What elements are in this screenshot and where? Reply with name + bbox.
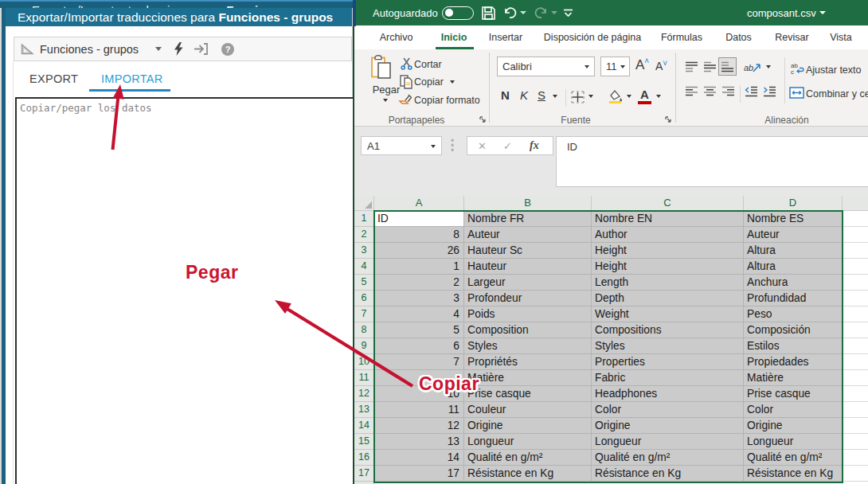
cell-B1[interactable]: Nombre FR <box>464 211 592 227</box>
cell-C8[interactable]: Compositions <box>592 322 744 338</box>
row-header-1[interactable]: 1 <box>354 211 374 227</box>
cell-E13[interactable] <box>843 402 868 418</box>
underline-caret[interactable] <box>553 95 557 98</box>
underline-button[interactable]: S <box>538 88 545 102</box>
cell-E16[interactable] <box>843 450 868 466</box>
row-header-2[interactable]: 2 <box>354 227 374 243</box>
formula-input[interactable]: ID <box>556 136 868 187</box>
column-header-A[interactable]: A <box>374 196 464 211</box>
clipboard-dialog-launcher[interactable] <box>479 115 487 123</box>
cell-D16[interactable]: Qualité en g/m² <box>744 450 843 466</box>
cell-A7[interactable]: 4 <box>374 306 464 322</box>
row-header-9[interactable]: 9 <box>354 338 374 354</box>
cell-D3[interactable]: Altura <box>744 243 843 259</box>
font-name-combo[interactable]: Calibri <box>497 57 595 76</box>
merge-center-label[interactable]: Combinar y ce <box>806 88 868 100</box>
format-painter-label[interactable]: Copiar formato <box>414 95 480 106</box>
cell-E14[interactable] <box>843 418 868 434</box>
cell-D15[interactable]: Longueur <box>744 434 843 450</box>
ribbon-tab-datos[interactable]: Datos <box>725 32 752 43</box>
wrap-text-label[interactable]: Ajustar texto <box>806 64 861 76</box>
cell-D8[interactable]: Composición <box>744 322 843 338</box>
insert-function-button[interactable]: fx <box>530 139 539 152</box>
cell-A4[interactable]: 1 <box>374 259 464 275</box>
cell-A8[interactable]: 5 <box>374 322 464 338</box>
cell-B6[interactable]: Profondeur <box>464 291 592 306</box>
autosave-toggle[interactable] <box>442 6 474 20</box>
ribbon-tab-vista[interactable]: Vista <box>830 32 852 43</box>
cell-C1[interactable]: Nombre EN <box>592 211 744 227</box>
cell-A3[interactable]: 26 <box>374 243 464 259</box>
column-header-e[interactable] <box>843 196 868 211</box>
cell-A13[interactable]: 11 <box>374 402 464 418</box>
filename-dropdown-caret[interactable] <box>819 11 826 14</box>
merge-center-icon[interactable] <box>789 87 804 99</box>
row-header-7[interactable]: 7 <box>354 306 374 322</box>
cell-D17[interactable]: Résistance en Kg <box>744 466 843 482</box>
row-header-8[interactable]: 8 <box>354 322 374 338</box>
cell-E6[interactable] <box>843 291 868 306</box>
font-size-combo[interactable]: 11 <box>600 57 630 76</box>
ribbon-tab-archivo[interactable]: Archivo <box>380 32 413 43</box>
cell-C5[interactable]: Length <box>592 275 744 291</box>
cell-D1[interactable]: Nombre ES <box>744 211 843 227</box>
cell-E3[interactable] <box>843 243 868 259</box>
decrease-indent-icon[interactable] <box>745 86 758 97</box>
cell-D7[interactable]: Peso <box>744 306 843 322</box>
copy-button-label[interactable]: Copiar <box>414 76 444 88</box>
cell-C4[interactable]: Height <box>592 259 744 275</box>
bold-button[interactable]: N <box>501 88 510 102</box>
italic-button[interactable]: K <box>520 88 528 102</box>
cell-D5[interactable]: Anchura <box>744 275 843 291</box>
row-header-14[interactable]: 14 <box>354 418 374 434</box>
cell-B5[interactable]: Largeur <box>464 275 592 291</box>
column-header-C[interactable]: C <box>592 196 744 211</box>
cell-B11[interactable]: Matière <box>464 370 592 386</box>
undo-icon[interactable] <box>503 6 517 19</box>
row-header-11[interactable]: 11 <box>354 370 374 386</box>
cell-D11[interactable]: Matière <box>744 370 843 386</box>
enter-button[interactable]: ✓ <box>503 140 512 152</box>
fill-color-icon[interactable] <box>608 89 623 103</box>
align-right-icon[interactable] <box>721 86 735 97</box>
row-header-3[interactable]: 3 <box>354 243 374 259</box>
select-all-corner[interactable] <box>354 196 374 211</box>
cell-C17[interactable]: Résistance en Kg <box>592 466 744 482</box>
row-header-12[interactable]: 12 <box>354 386 374 402</box>
cell-C10[interactable]: Properties <box>592 354 744 370</box>
row-header-6[interactable]: 6 <box>354 291 374 306</box>
cell-B3[interactable]: Hauteur Sc <box>464 243 592 259</box>
row-header-16[interactable]: 16 <box>354 450 374 466</box>
cell-E8[interactable] <box>843 322 868 338</box>
cell-B2[interactable]: Auteur <box>464 227 592 243</box>
cell-E7[interactable] <box>843 306 868 322</box>
grow-font-button[interactable]: A˄ <box>635 57 649 73</box>
import-textarea[interactable]: Copiar/pegar los datos <box>15 97 353 484</box>
align-bottom-icon[interactable] <box>721 61 734 72</box>
cell-E1[interactable] <box>843 211 868 227</box>
copy-dropdown-caret[interactable] <box>450 80 455 84</box>
paste-dropdown-caret[interactable] <box>383 99 388 102</box>
shrink-font-button[interactable]: A˅ <box>655 60 667 72</box>
borders-icon[interactable] <box>571 91 585 103</box>
cell-B7[interactable]: Poids <box>464 306 592 322</box>
cell-C16[interactable]: Qualité en g/m² <box>592 450 744 466</box>
align-left-icon[interactable] <box>685 86 698 97</box>
import-icon[interactable] <box>194 43 209 55</box>
ribbon-tab-inicio[interactable]: Inicio <box>441 32 467 43</box>
cell-D2[interactable]: Auteur <box>744 227 843 243</box>
cell-A2[interactable]: 8 <box>374 227 464 243</box>
cell-C2[interactable]: Author <box>592 227 744 243</box>
cell-A14[interactable]: 12 <box>374 418 464 434</box>
row-header-4[interactable]: 4 <box>354 259 374 275</box>
paste-icon[interactable] <box>370 55 393 80</box>
workbook-filename[interactable]: composant.csv <box>747 7 816 19</box>
cell-D13[interactable]: Color <box>744 402 843 418</box>
cell-E5[interactable] <box>843 275 868 291</box>
cell-B10[interactable]: Propriétés <box>464 354 592 370</box>
cell-E4[interactable] <box>843 259 868 275</box>
cell-E15[interactable] <box>843 434 868 450</box>
cell-B13[interactable]: Couleur <box>464 402 592 418</box>
cut-icon[interactable] <box>401 57 412 70</box>
column-header-B[interactable]: B <box>464 196 592 211</box>
